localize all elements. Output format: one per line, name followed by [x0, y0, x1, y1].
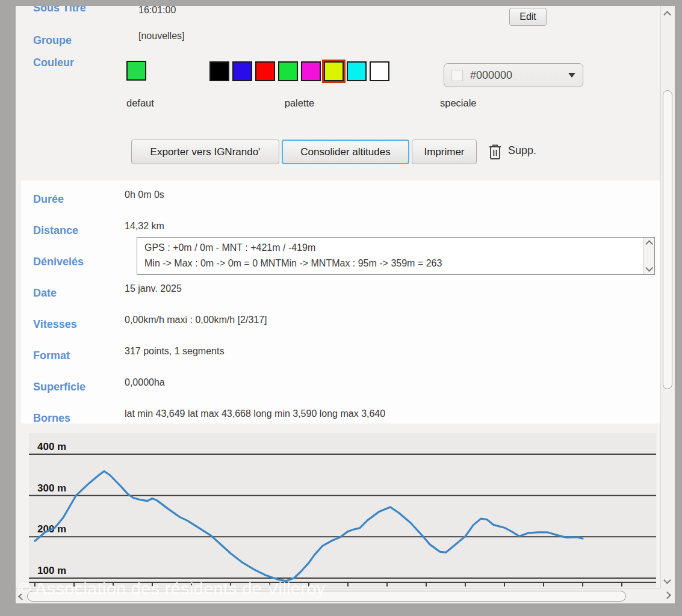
deniveles-label: Dénivelés [21, 251, 125, 282]
palette-swatch-0[interactable] [209, 61, 229, 81]
watermark: © Association des résidents de Villeroy [18, 579, 326, 599]
app-window: { "header": { "sous_titre": {"label": "S… [0, 0, 682, 616]
info-row-bornes: Bornes lat min 43,649 lat max 43,668 lon… [21, 407, 660, 424]
scrollbar-corner[interactable] [660, 588, 675, 603]
palette-swatch-3[interactable] [278, 61, 298, 81]
duree-label: Durée [21, 188, 125, 220]
palette-swatch-1[interactable] [232, 61, 252, 81]
track-info-panel: Durée 0h 0m 0s Distance 14,32 km Dénivel… [21, 180, 660, 424]
denivele-textbox[interactable]: GPS : +0m / 0m - MNT : +421m / -419m Min… [137, 237, 655, 275]
palette-swatch-5[interactable] [324, 61, 344, 81]
supp-button-label[interactable]: Supp. [508, 144, 536, 157]
denivele-scrollbar[interactable] [643, 238, 654, 274]
format-value: 317 points, 1 segments [125, 345, 660, 376]
elevation-chart-panel: 400 m300 m200 m100 m [29, 433, 656, 587]
palette-swatch-2[interactable] [255, 61, 275, 81]
scroll-right-icon[interactable] [663, 591, 671, 599]
info-row-superficie: Superficie 0,0000ha [21, 376, 660, 407]
palette-swatch-4[interactable] [301, 61, 321, 81]
scroll-down-icon[interactable] [663, 576, 671, 584]
consolider-altitudes-button[interactable]: Consolider altitudes [282, 140, 409, 164]
color-palette [209, 61, 389, 81]
elevation-chart: 400 m300 m200 m100 m [29, 433, 656, 587]
palette-caption: palette [209, 97, 389, 109]
speciale-color-dropdown[interactable]: #000000 [444, 63, 583, 87]
superficie-label: Superficie [21, 376, 125, 407]
bornes-value: lat min 43,649 lat max 43,668 long min 3… [125, 407, 660, 424]
vertical-scrollbar-thumb[interactable] [663, 90, 672, 389]
denivele-line-2: Min -> Max : 0m -> 0m = 0 MNTMin -> MNTM… [144, 256, 639, 271]
edit-button[interactable]: Edit [509, 8, 547, 26]
palette-swatch-7[interactable] [370, 61, 389, 81]
y-axis-tick-label: 100 m [37, 565, 66, 576]
format-label: Format [21, 345, 125, 376]
info-row-duree: Durée 0h 0m 0s [21, 188, 660, 220]
groupe-value: [nouvelles] [138, 31, 185, 42]
imprimer-button[interactable]: Imprimer [412, 140, 477, 164]
vitesses-label: Vitesses [21, 313, 125, 345]
y-axis-tick-label: 400 m [37, 441, 66, 452]
y-axis-tick-label: 300 m [37, 482, 66, 494]
scroll-up-icon[interactable] [663, 11, 671, 19]
defaut-color-swatch[interactable] [126, 61, 146, 81]
defaut-caption: defaut [126, 97, 154, 109]
duree-value: 0h 0m 0s [125, 188, 660, 220]
bornes-label: Bornes [21, 407, 125, 424]
date-label: Date [21, 282, 125, 313]
elevation-line [35, 471, 583, 581]
palette-swatch-6[interactable] [347, 61, 367, 81]
dropdown-swatch-icon [451, 70, 463, 81]
distance-label: Distance [21, 220, 125, 251]
export-ignrando-button[interactable]: Exporter vers IGNrando' [131, 140, 279, 164]
sous-titre-label: Sous Titre [33, 6, 86, 14]
vertical-scrollbar[interactable] [660, 6, 675, 588]
couleur-label: Couleur [33, 57, 74, 69]
chevron-down-icon [568, 73, 575, 78]
trash-icon[interactable] [488, 143, 503, 161]
speciale-caption: speciale [440, 97, 477, 109]
dropdown-value: #000000 [470, 69, 568, 82]
groupe-label: Groupe [33, 34, 72, 47]
scroll-down-icon[interactable] [645, 264, 653, 272]
info-rows: Durée 0h 0m 0s Distance 14,32 km Dénivel… [21, 180, 660, 424]
info-row-vitesses: Vitesses 0,00km/h maxi : 0,00km/h [2/317… [21, 313, 660, 345]
denivele-line-1: GPS : +0m / 0m - MNT : +421m / -419m [144, 240, 639, 256]
sous-titre-value: 16:01:00 [138, 6, 176, 16]
info-row-format: Format 317 points, 1 segments [21, 345, 660, 376]
info-row-date: Date 15 janv. 2025 [21, 282, 660, 313]
superficie-value: 0,0000ha [125, 376, 660, 407]
date-value: 15 janv. 2025 [125, 282, 660, 313]
vitesses-value: 0,00km/h maxi : 0,00km/h [2/317] [125, 313, 660, 345]
scroll-up-icon[interactable] [645, 240, 653, 248]
track-properties-panel: Sous Titre 16:01:00 Edit Groupe [nouvell… [16, 6, 660, 603]
